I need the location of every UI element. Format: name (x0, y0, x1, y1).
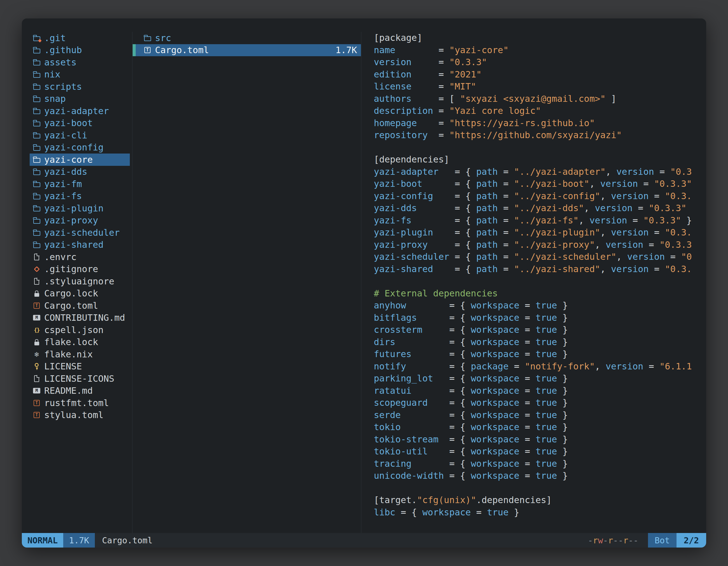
dir-row-git[interactable]: .git (30, 32, 130, 44)
file-row-READMEmd[interactable]: MREADME.md (30, 385, 130, 397)
file-row-gitignore[interactable]: .gitignore (30, 263, 130, 276)
code-token: = (519, 446, 536, 457)
license-icon (31, 360, 42, 372)
code-token: workspace (471, 300, 519, 311)
code-token: ratatui (374, 385, 412, 396)
entry-name: Cargo.toml (44, 300, 98, 311)
perm-char: - (633, 536, 638, 545)
code-token: , (616, 252, 627, 262)
code-token: = (519, 300, 536, 311)
code-token: true (536, 470, 557, 481)
dir-row-yazi-fm[interactable]: yazi-fm (30, 178, 130, 190)
file-row-envrc[interactable]: .envrc (30, 251, 130, 263)
file-row-LICENSE[interactable]: LICENSE (30, 360, 130, 373)
code-token: "../yazi-fs" (514, 215, 579, 226)
dir-row-yazi-core[interactable]: yazi-core (30, 154, 130, 166)
code-token: true (536, 446, 557, 457)
code-token: "notify-fork" (525, 361, 595, 372)
file-row-flakenix[interactable]: ❄flake.nix (30, 348, 130, 360)
dir-row-yazi-boot[interactable]: yazi-boot (30, 117, 130, 130)
file-row-rustfmttoml[interactable]: Trustfmt.toml (30, 397, 130, 409)
file-icon (31, 372, 42, 384)
code-token: "2021" (449, 69, 482, 80)
folder-icon (31, 142, 42, 154)
dir-row-nix[interactable]: nix (30, 69, 130, 81)
code-token: path (476, 166, 498, 177)
file-preview-pane[interactable]: [package]name = "yazi-core"version = "0.… (361, 32, 706, 533)
dir-row-yazi-dds[interactable]: yazi-dds (30, 166, 130, 178)
preview-line: repository = "https://github.com/sxyazi/… (374, 129, 706, 142)
file-row-styluaignore[interactable]: .styluaignore (30, 275, 130, 287)
code-token: edition (374, 69, 412, 80)
dir-row-yazi-cli[interactable]: yazi-cli (30, 129, 130, 142)
dir-row-src[interactable]: src (133, 32, 361, 44)
code-token: = { (428, 446, 471, 457)
perm-char: - (613, 536, 618, 545)
file-row-Cargotoml[interactable]: TCargo.toml (30, 299, 130, 312)
statusbar-spacer (152, 533, 588, 548)
parent-directory-pane[interactable]: .git.githubassetsnixscriptssnapyazi-adap… (22, 32, 133, 533)
code-token: = (627, 215, 643, 226)
file-row-CONTRIBUTINGmd[interactable]: MCONTRIBUTING.md (30, 312, 130, 324)
preview-line: [package] (374, 32, 706, 44)
entry-name: yazi-plugin (44, 203, 104, 214)
code-token: = (471, 507, 487, 518)
code-token: path (476, 191, 498, 201)
entry-name: .gitignore (44, 264, 98, 274)
preview-line: notify = { package = "notify-fork", vers… (374, 360, 706, 373)
code-token: = (498, 179, 514, 189)
code-token: , (600, 191, 611, 201)
code-token: = (498, 215, 514, 226)
file-row-Cargolock[interactable]: Cargo.lock (30, 287, 130, 300)
file-row-styluatoml[interactable]: Tstylua.toml (30, 409, 130, 421)
file-row-Cargotoml[interactable]: TCargo.toml1.7K (133, 44, 361, 57)
lock-icon (31, 287, 42, 299)
dir-row-yazi-fs[interactable]: yazi-fs (30, 190, 130, 203)
entry-name: snap (44, 93, 66, 104)
preview-line: libc = { workspace = true } (374, 506, 706, 519)
code-token: version (590, 215, 627, 226)
code-token: = (643, 240, 659, 250)
dir-row-yazi-plugin[interactable]: yazi-plugin (30, 202, 130, 215)
desktop: .git.githubassetsnixscriptssnapyazi-adap… (0, 0, 728, 566)
folder-icon (31, 215, 42, 227)
code-token: } (557, 470, 568, 481)
code-token: = { (433, 373, 471, 384)
code-token: = (498, 203, 514, 213)
dir-row-yazi-config[interactable]: yazi-config (30, 142, 130, 154)
code-token: } (557, 397, 568, 408)
code-token: = (643, 361, 659, 372)
entry-name: yazi-scheduler (44, 227, 120, 238)
entry-name: yazi-config (44, 142, 104, 153)
file-row-LICENSE-ICONS[interactable]: LICENSE-ICONS (30, 372, 130, 385)
dir-row-yazi-shared[interactable]: yazi-shared (30, 239, 130, 251)
folder-icon (31, 190, 42, 202)
dir-row-yazi-scheduler[interactable]: yazi-scheduler (30, 227, 130, 239)
preview-line: yazi-proxy = { path = "../yazi-proxy", v… (374, 239, 706, 251)
lock-icon (31, 336, 42, 348)
code-token: = (519, 397, 536, 408)
code-token: workspace (471, 422, 519, 432)
code-token: = { (412, 458, 471, 469)
file-row-cspelljson[interactable]: {}cspell.json (30, 324, 130, 336)
code-token: } (557, 373, 568, 384)
status-filename: Cargo.toml (102, 533, 153, 548)
file-row-flakelock[interactable]: flake.lock (30, 336, 130, 348)
code-token: "https://github.com/sxyazi/yazi" (449, 130, 622, 140)
code-token: = (665, 252, 681, 262)
preview-line: parking_lot = { workspace = true } (374, 372, 706, 385)
folder-icon (31, 202, 42, 214)
dir-row-github[interactable]: .github (30, 44, 130, 57)
dir-row-snap[interactable]: snap (30, 93, 130, 105)
dir-row-scripts[interactable]: scripts (30, 81, 130, 93)
dir-row-yazi-adapter[interactable]: yazi-adapter (30, 105, 130, 117)
dir-row-yazi-proxy[interactable]: yazi-proxy (30, 215, 130, 227)
code-token: yazi-fs (374, 215, 412, 226)
dir-row-assets[interactable]: assets (30, 56, 130, 69)
git-icon (31, 263, 42, 275)
code-token: workspace (471, 458, 519, 469)
current-directory-pane[interactable]: srcTCargo.toml1.7K (133, 32, 361, 533)
code-token: version (605, 240, 643, 250)
perm-char: - (618, 536, 623, 545)
entry-name: yazi-fm (44, 179, 82, 189)
